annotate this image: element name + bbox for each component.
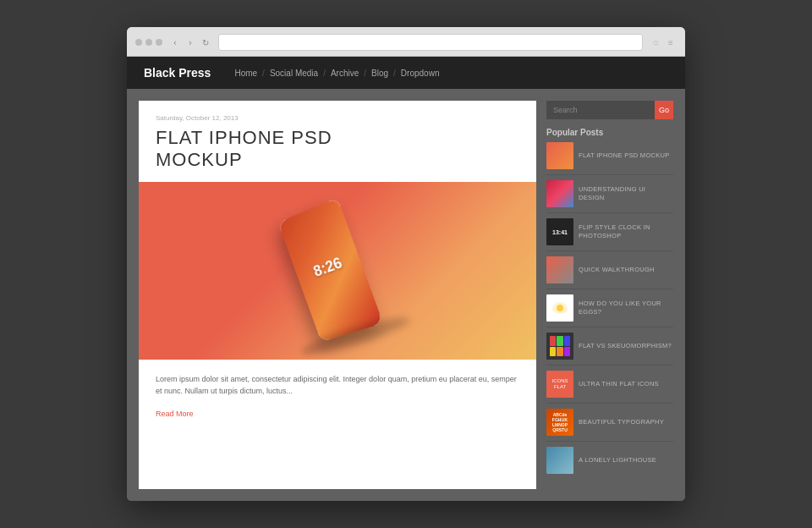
site-header: Black Press Home / Social Media / Archiv… [127, 57, 685, 89]
nav-dropdown[interactable]: Dropdown [398, 69, 443, 78]
post-thumb-6 [546, 333, 573, 360]
article-date: Saturday, October 12, 2013 [156, 114, 519, 122]
post-thumb-3: 13:41 [546, 218, 573, 245]
article-body: Lorem ipsum dolor sit amet, consectetur … [156, 373, 519, 398]
sidebar: Go Popular Posts FLAT IPHONE PSD MOCKUP [546, 101, 673, 489]
nav-archive[interactable]: Archive [327, 69, 362, 78]
phone-body: 8:26 [278, 197, 383, 342]
menu-icon[interactable]: ≡ [665, 36, 677, 48]
post-item-1[interactable]: FLAT IPHONE PSD MOCKUP [546, 142, 673, 169]
post-item-7[interactable]: ICONSFLAT ULTRA THIN FLAT ICONS [546, 371, 673, 398]
browser-actions: ☆ ≡ [650, 36, 677, 48]
post-thumb-1 [546, 142, 573, 169]
website-content: Black Press Home / Social Media / Archiv… [127, 57, 685, 501]
post-item-3[interactable]: 13:41 FLIP STYLE CLOCK IN PHOTOSHOP [546, 218, 673, 245]
divider [546, 403, 673, 404]
maximize-dot[interactable] [156, 39, 162, 46]
site-logo[interactable]: Black Press [144, 66, 211, 80]
nav-blog[interactable]: Blog [368, 69, 392, 78]
egg-icon [552, 302, 568, 314]
browser-chrome: ‹ › ↻ ☆ ≡ [127, 27, 685, 57]
post-thumb-9 [546, 447, 573, 474]
post-title-2: UNDERSTANDING UI DESIGN [579, 185, 673, 202]
site-body: Saturday, October 12, 2013 FLAT IPHONE P… [127, 89, 685, 501]
bookmark-icon[interactable]: ☆ [650, 36, 661, 48]
divider [546, 441, 673, 442]
phone-mockup: 8:26 [241, 182, 447, 360]
divider [546, 250, 673, 251]
post-title-9: A LONELY LIGHTHOUSE [579, 456, 656, 465]
post-item-5[interactable]: HOW DO YOU LIKE YOUR EGGS? [546, 294, 673, 322]
post-title-6: FLAT VS SKEUOMORPHISM? [579, 342, 672, 350]
post-title-3: FLIP STYLE CLOCK IN PHOTOSHOP [579, 223, 673, 240]
forward-button[interactable]: › [184, 36, 196, 48]
post-item-2[interactable]: UNDERSTANDING UI DESIGN [546, 180, 673, 207]
back-button[interactable]: ‹ [169, 36, 181, 48]
post-title-7: ULTRA THIN FLAT ICONS [579, 380, 659, 388]
color-dots [548, 334, 572, 358]
browser-traffic-lights [135, 39, 162, 46]
refresh-button[interactable]: ↻ [200, 36, 211, 48]
browser-window: ‹ › ↻ ☆ ≡ Black Press Home / Social Medi… [127, 27, 685, 501]
popular-posts-section: Popular Posts FLAT IPHONE PSD MOCKUP UND… [546, 128, 673, 474]
main-content: Saturday, October 12, 2013 FLAT IPHONE P… [139, 101, 536, 489]
browser-nav: ‹ › ↻ [169, 36, 211, 48]
read-more-link[interactable]: Read More [156, 410, 194, 418]
post-title-5: HOW DO YOU LIKE YOUR EGGS? [579, 300, 673, 316]
dot [564, 347, 570, 357]
site-nav: Home / Social Media / Archive / Blog / D… [231, 69, 442, 78]
post-thumb-7: ICONSFLAT [546, 371, 573, 398]
post-thumb-8: ABCdeFGHIJKLMNOPQRSTU [546, 409, 573, 436]
divider [546, 365, 673, 366]
post-thumb-2 [546, 180, 573, 207]
post-item-9[interactable]: A LONELY LIGHTHOUSE [546, 447, 673, 474]
article-image: 8:26 [139, 182, 536, 360]
search-button[interactable]: Go [655, 101, 673, 119]
nav-home[interactable]: Home [231, 69, 261, 78]
dot [550, 347, 556, 357]
dot [557, 336, 562, 346]
phone-time: 8:26 [311, 254, 344, 281]
minimize-dot[interactable] [145, 39, 152, 46]
post-item-6[interactable]: FLAT VS SKEUOMORPHISM? [546, 333, 673, 360]
popular-posts-list: FLAT IPHONE PSD MOCKUP UNDERSTANDING UI … [546, 142, 673, 474]
nav-social-media[interactable]: Social Media [266, 69, 321, 78]
divider [546, 289, 673, 289]
popular-posts-title: Popular Posts [546, 128, 673, 137]
dot [557, 347, 562, 357]
search-bar: Go [546, 101, 673, 119]
post-thumb-4 [546, 256, 573, 283]
article-header: Saturday, October 12, 2013 FLAT IPHONE P… [139, 101, 536, 182]
post-title-1: FLAT IPHONE PSD MOCKUP [579, 151, 670, 160]
dot [564, 336, 570, 346]
dot [550, 336, 556, 346]
divider [546, 174, 673, 175]
divider [546, 327, 673, 327]
post-title-4: QUICK WALKTHROUGH [579, 266, 655, 274]
divider [546, 212, 673, 213]
article-title: FLAT IPHONE PSDMOCKUP [156, 127, 519, 172]
search-input[interactable] [546, 101, 655, 119]
close-dot[interactable] [135, 39, 142, 46]
article-text: Lorem ipsum dolor sit amet, consectetur … [139, 360, 536, 489]
post-item-4[interactable]: QUICK WALKTHROUGH [546, 256, 673, 283]
post-thumb-5 [546, 294, 573, 322]
phone-screen: 8:26 [278, 197, 383, 342]
address-bar[interactable] [218, 34, 643, 51]
post-title-8: BEAUTIFUL TYPOGRAPHY [579, 418, 664, 426]
post-item-8[interactable]: ABCdeFGHIJKLMNOPQRSTU BEAUTIFUL TYPOGRAP… [546, 409, 673, 436]
